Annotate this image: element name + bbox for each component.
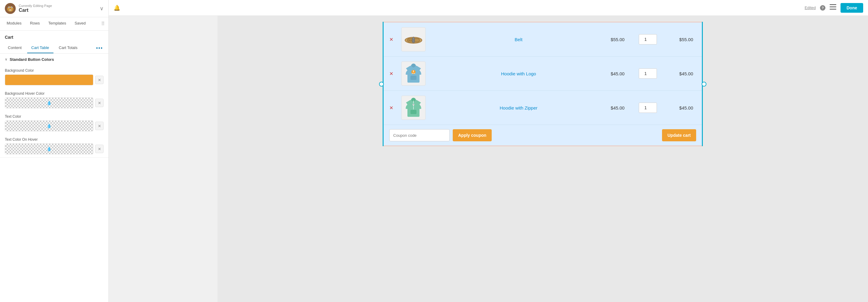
clear-background-color-button[interactable]: ✕ <box>95 76 103 84</box>
tab-cart-totals[interactable]: Cart Totals <box>55 43 82 53</box>
cart-row-hoodie-logo: ✕ <box>383 57 702 91</box>
hoodie-zipper-qty-input[interactable] <box>639 103 657 113</box>
sidebar-title-block: Currently Editing Page Cart <box>19 4 52 13</box>
hoodie-zipper-total: $45.00 <box>660 105 696 110</box>
hoodie-logo-image <box>401 61 426 86</box>
coupon-section: Apply coupon <box>389 129 492 141</box>
resize-handle-right[interactable] <box>702 82 706 86</box>
color-swatch-checker-text: 💧 <box>5 121 93 131</box>
collapsible-label: Standard Button Colors <box>10 57 54 62</box>
main-content: ✕ Belt $55.00 $5 <box>217 16 868 302</box>
topbar: 🔔 Edited ? Done <box>109 0 868 16</box>
belt-qty-input[interactable] <box>639 34 657 45</box>
hoodie-logo-price: $45.00 <box>599 71 636 76</box>
hoodie-zipper-image <box>401 95 426 120</box>
svg-rect-10 <box>830 4 836 5</box>
field-label-text-color-hover: Text Color On Hover <box>5 137 103 142</box>
sidebar-nav-rows[interactable]: Rows <box>26 17 44 30</box>
remove-hoodie-zipper-button[interactable]: ✕ <box>389 105 401 111</box>
field-label-background-color: Background Color <box>5 68 103 73</box>
sidebar-nav-saved[interactable]: Saved <box>70 17 90 30</box>
tab-cart-table[interactable]: Cart Table <box>27 43 54 53</box>
sidebar-editing-label: Currently Editing Page <box>19 4 52 7</box>
done-button[interactable]: Done <box>840 3 863 13</box>
svg-rect-20 <box>410 76 416 80</box>
sidebar-section-title: Cart <box>0 31 108 43</box>
topbar-right: Edited ? Done <box>805 3 863 13</box>
field-row-text-color-hover: 💧 ✕ <box>5 143 103 154</box>
svg-point-5 <box>11 7 12 8</box>
belt-name[interactable]: Belt <box>438 37 599 42</box>
svg-rect-8 <box>9 9 10 11</box>
chevron-icon: ∨ <box>5 57 7 61</box>
collapsible-standard-button-colors: ∨ Standard Button Colors Background Colo… <box>0 54 108 158</box>
svg-point-19 <box>409 39 410 41</box>
eyedropper-icon-3: 💧 <box>46 146 52 151</box>
belt-price: $55.00 <box>599 37 636 42</box>
hoodie-logo-qty <box>636 68 660 79</box>
sidebar: Currently Editing Page Cart ∨ Modules Ro… <box>0 0 109 302</box>
cart-preview: ✕ Belt $55.00 $5 <box>383 22 703 146</box>
color-swatch-text-color-hover[interactable]: 💧 <box>5 143 93 154</box>
color-swatch-orange-fill <box>5 75 93 85</box>
sidebar-tabs: Content Cart Table Cart Totals ••• <box>0 43 108 54</box>
resize-handle-left[interactable] <box>379 82 384 86</box>
beaver-logo <box>5 3 16 14</box>
apply-coupon-button[interactable]: Apply coupon <box>453 129 492 141</box>
field-label-background-hover-color: Background Hover Color <box>5 91 103 95</box>
help-icon[interactable]: ? <box>820 5 826 10</box>
belt-total: $55.00 <box>660 37 696 42</box>
belt-qty <box>636 34 660 45</box>
field-row-text-color: 💧 ✕ <box>5 120 103 131</box>
bell-icon[interactable]: 🔔 <box>114 4 120 11</box>
color-swatch-background-color[interactable] <box>5 75 93 85</box>
svg-rect-15 <box>412 38 415 43</box>
collapsible-header-standard-button-colors[interactable]: ∨ Standard Button Colors <box>0 54 108 65</box>
svg-rect-9 <box>10 9 10 11</box>
hoodie-zipper-svg <box>404 97 423 118</box>
clear-background-hover-color-button[interactable]: ✕ <box>95 99 103 107</box>
sidebar-collapse-button[interactable]: ∨ <box>100 5 103 12</box>
topbar-edited-label: Edited <box>805 5 816 10</box>
sidebar-header-left: Currently Editing Page Cart <box>5 3 52 14</box>
svg-point-22 <box>413 71 414 72</box>
hoodie-zipper-price: $45.00 <box>599 105 636 110</box>
svg-point-18 <box>410 39 412 41</box>
hoodie-logo-qty-input[interactable] <box>639 68 657 79</box>
sidebar-tab-more[interactable]: ••• <box>94 43 105 53</box>
color-swatch-checker-fill: 💧 <box>5 98 93 108</box>
cart-footer: Apply coupon Update cart <box>383 125 702 145</box>
clear-text-color-hover-button[interactable]: ✕ <box>95 145 103 153</box>
field-group-text-color-hover: Text Color On Hover 💧 ✕ <box>0 134 108 157</box>
field-group-background-hover-color: Background Hover Color 💧 ✕ <box>0 88 108 111</box>
field-group-background-color: Background Color ✕ <box>0 65 108 88</box>
tab-content[interactable]: Content <box>4 43 26 53</box>
svg-rect-11 <box>830 7 836 7</box>
eyedropper-icon-2: 💧 <box>46 123 52 128</box>
update-cart-button[interactable]: Update cart <box>662 129 696 141</box>
remove-belt-button[interactable]: ✕ <box>389 37 401 43</box>
edited-text: Edited <box>805 5 816 10</box>
hoodie-logo-total: $45.00 <box>660 71 696 76</box>
hoodie-logo-name[interactable]: Hoodie with Logo <box>438 71 599 76</box>
sidebar-nav-modules[interactable]: Modules <box>2 17 26 30</box>
menu-icon[interactable] <box>830 4 836 11</box>
cart-row-belt: ✕ Belt $55.00 $5 <box>383 22 702 57</box>
eyedropper-icon: 💧 <box>46 101 52 105</box>
sidebar-drag-handle: ⠿ <box>100 17 106 30</box>
sidebar-nav: Modules Rows Templates Saved ⠿ <box>0 17 108 31</box>
field-label-text-color: Text Color <box>5 114 103 119</box>
color-swatch-checker-hover: 💧 <box>5 144 93 154</box>
hoodie-logo-svg <box>404 63 423 84</box>
remove-hoodie-logo-button[interactable]: ✕ <box>389 71 401 77</box>
color-swatch-text-color[interactable]: 💧 <box>5 120 93 131</box>
field-row-background-hover-color: 💧 ✕ <box>5 98 103 108</box>
color-swatch-background-hover-color[interactable]: 💧 <box>5 98 93 108</box>
clear-text-color-button[interactable]: ✕ <box>95 122 103 130</box>
field-group-text-color: Text Color 💧 ✕ <box>0 111 108 134</box>
field-row-background-color: ✕ <box>5 75 103 85</box>
coupon-input[interactable] <box>389 129 450 141</box>
hoodie-zipper-name[interactable]: Hoodie with Zipper <box>438 105 599 110</box>
svg-rect-24 <box>412 104 414 105</box>
sidebar-nav-templates[interactable]: Templates <box>44 17 70 30</box>
